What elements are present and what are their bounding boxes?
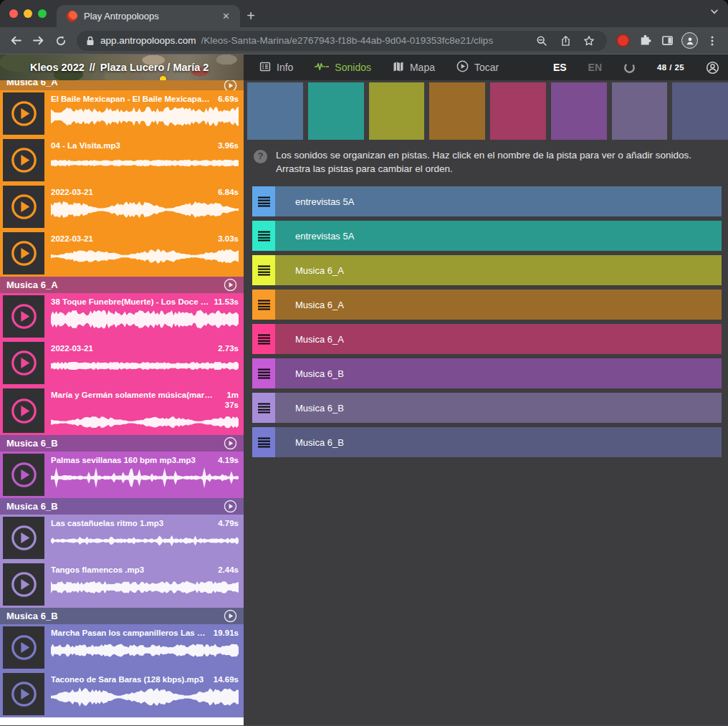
clip-play-button[interactable] [3, 295, 44, 338]
clip-play-button[interactable] [3, 626, 44, 669]
new-tab-button[interactable]: + [240, 5, 262, 27]
clip-play-button[interactable] [3, 388, 44, 433]
zoom-icon[interactable] [532, 35, 551, 47]
clip-play-button[interactable] [3, 92, 44, 135]
nav-info[interactable]: Info [259, 61, 293, 75]
track-pad[interactable] [490, 82, 546, 140]
minimize-window-button[interactable] [24, 9, 32, 18]
map-header[interactable]: Kleos 2022 // Plaza Lucero / María 2 [0, 54, 244, 80]
track-row-bar[interactable]: entrevistas 5A [275, 186, 722, 216]
track-row[interactable]: Musica 6_A [252, 255, 722, 285]
clip-item[interactable]: 2022-03-216.84s [0, 183, 244, 230]
track-row-bar[interactable]: Musica 6_B [275, 393, 722, 423]
track-pad[interactable] [308, 82, 364, 140]
forward-button[interactable] [28, 31, 49, 51]
close-window-button[interactable] [9, 9, 18, 18]
clip-play-button[interactable] [3, 186, 44, 228]
drag-handle[interactable] [252, 186, 275, 216]
clip-name: 2022-03-21 [51, 343, 214, 353]
bookmark-star-icon[interactable] [580, 35, 598, 47]
track-row-label: Musica 6_B [295, 403, 344, 414]
track-pad[interactable] [429, 82, 485, 140]
drag-handle[interactable] [252, 290, 275, 320]
clip-section-header[interactable]: Musica 6_B [0, 608, 244, 624]
tab-close-icon[interactable]: ✕ [219, 9, 233, 23]
clip-item[interactable]: 2022-03-212.73s [0, 340, 244, 386]
track-row[interactable]: entrevistas 5A [252, 186, 722, 216]
chevron-down-icon[interactable] [709, 6, 719, 19]
lang-es-button[interactable]: ES [553, 62, 567, 73]
section-play-icon[interactable] [224, 80, 237, 90]
track-pad[interactable] [369, 82, 425, 140]
clip-play-button[interactable] [3, 454, 44, 496]
drag-handle[interactable] [252, 221, 275, 251]
track-row[interactable]: Musica 6_B [252, 427, 722, 457]
track-row-label: Musica 6_B [295, 437, 344, 448]
track-pad[interactable] [247, 82, 303, 140]
reload-button[interactable] [50, 31, 71, 51]
track-row-bar[interactable]: Musica 6_A [275, 255, 722, 285]
section-play-icon[interactable] [224, 278, 237, 292]
clip-item[interactable]: Taconeo de Sara Baras (128 kbps).mp314.6… [0, 671, 244, 717]
clip-item[interactable]: Palmas sevillanas 160 bpm mp3.mp34.19s [0, 452, 244, 498]
profile-avatar[interactable] [681, 32, 698, 49]
track-pad[interactable] [551, 82, 607, 140]
clip-play-button[interactable] [3, 673, 44, 715]
drag-handle[interactable] [252, 324, 275, 354]
nav-sonidos[interactable]: Sonidos [315, 61, 371, 75]
browser-tab[interactable]: Play Antropoloops ✕ [57, 5, 240, 27]
clip-item[interactable]: El Baile Mexicapan - El Baile Mexicapan.… [0, 90, 244, 137]
clip-play-button[interactable] [3, 563, 44, 606]
clip-play-button[interactable] [3, 139, 44, 181]
track-row-bar[interactable]: entrevistas 5A [275, 221, 722, 251]
record-extension-icon[interactable] [618, 35, 628, 46]
account-icon[interactable] [706, 61, 719, 75]
url-bar[interactable]: app.antropoloops.com /Kleos-Santa-Marina… [77, 31, 607, 51]
share-icon[interactable] [556, 35, 575, 47]
clip-item[interactable]: María y Germán solamente música(maría 2.… [0, 386, 244, 435]
clip-play-button[interactable] [3, 342, 44, 384]
extensions-puzzle-icon[interactable] [635, 31, 656, 51]
clip-item[interactable]: Tangos flamencos .mp32.44s [0, 561, 244, 608]
browser-menu-kebab-icon[interactable] [701, 31, 722, 51]
clip-section-header[interactable]: Musica 6_B [0, 435, 244, 452]
drag-handle[interactable] [252, 255, 275, 285]
clip-play-button[interactable] [3, 232, 44, 274]
track-row[interactable]: Musica 6_A [252, 324, 722, 354]
nav-mapa[interactable]: Mapa [393, 61, 435, 75]
clip-section-title: Musica 6_A [6, 80, 224, 90]
section-play-icon[interactable] [224, 609, 237, 623]
track-pad[interactable] [612, 82, 668, 140]
section-play-icon[interactable] [224, 436, 237, 450]
clip-item[interactable]: Marcha Pasan los campanilleros Las Mejor… [0, 624, 244, 671]
drag-handle[interactable] [252, 427, 275, 457]
clip-item[interactable]: 38 Toque Funebre(Muerte) - Los Doce Par.… [0, 293, 244, 340]
track-row[interactable]: Musica 6_B [252, 358, 722, 388]
track-row-bar[interactable]: Musica 6_B [275, 358, 722, 388]
drag-handle[interactable] [252, 358, 275, 388]
track-row-bar[interactable]: Musica 6_A [275, 290, 722, 320]
clip-section-header[interactable]: Musica 6_A [0, 277, 244, 293]
back-button[interactable] [6, 31, 27, 51]
track-row-bar[interactable]: Musica 6_B [275, 427, 722, 457]
track-row-bar[interactable]: Musica 6_A [275, 324, 722, 354]
clip-play-button[interactable] [3, 517, 44, 559]
nav-tocar[interactable]: Tocar [456, 60, 499, 75]
clip-name: 2022-03-21 [51, 234, 214, 244]
drag-handle[interactable] [252, 393, 275, 423]
side-panel-icon[interactable] [657, 31, 678, 51]
fullscreen-window-button[interactable] [38, 9, 47, 18]
track-pad[interactable] [672, 82, 728, 140]
track-row[interactable]: Musica 6_A [252, 290, 722, 320]
clip-duration: 3.96s [218, 140, 239, 151]
clip-item[interactable]: 04 - La Visita.mp33.96s [0, 137, 244, 183]
clip-section-header[interactable]: Musica 6_A [0, 80, 244, 90]
section-play-icon[interactable] [224, 500, 237, 513]
lang-en-button[interactable]: EN [588, 62, 602, 73]
track-row[interactable]: Musica 6_B [252, 393, 722, 423]
clip-item[interactable]: Las castañuelas ritmo 1.mp34.79s [0, 515, 244, 561]
clip-section-header[interactable]: Musica 6_B [0, 498, 244, 515]
track-row[interactable]: entrevistas 5A [252, 221, 722, 251]
clip-item[interactable]: 2022-03-213.03s [0, 230, 244, 277]
clip-waveform [51, 529, 239, 553]
